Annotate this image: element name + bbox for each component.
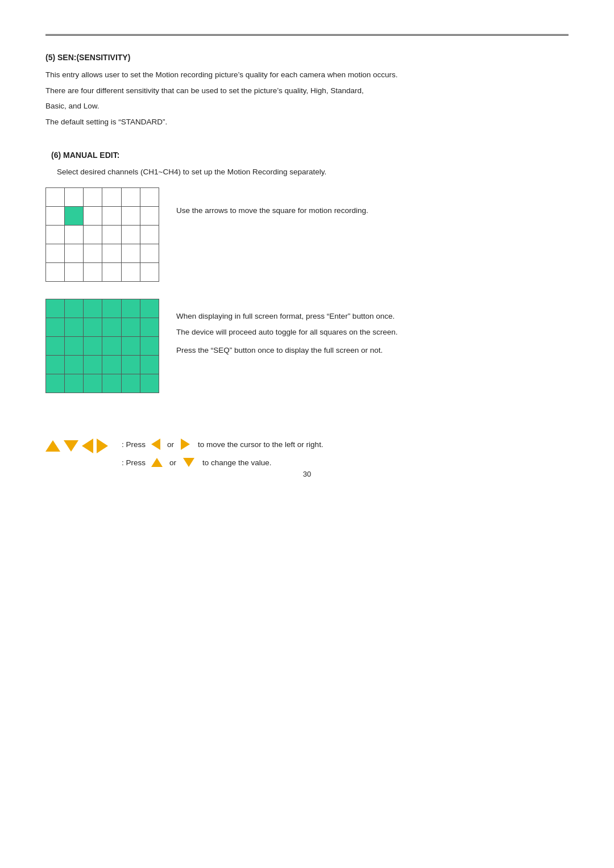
table-row [46, 374, 159, 393]
table-row [46, 318, 159, 337]
diagram1-text: Use the arrows to move the square for mo… [176, 187, 368, 217]
cell-green [65, 318, 84, 337]
cell-green [140, 374, 159, 393]
cell-green [140, 337, 159, 356]
cell-green [46, 356, 65, 374]
cell-green [65, 356, 84, 374]
cell [84, 244, 102, 263]
control-line2: : Press or to change the value. [122, 458, 323, 467]
arrow-right-icon [97, 439, 108, 453]
controls-section: : Press or to move the cursor to the lef… [45, 439, 569, 467]
cell-green [46, 337, 65, 356]
cell [140, 226, 159, 244]
diagram1-grid [45, 187, 159, 282]
cell [65, 244, 84, 263]
section5: (5) SEN:(SENSITIVITY) This entry allows … [45, 53, 569, 128]
colon2: : Press [122, 458, 146, 467]
cell-green [84, 374, 102, 393]
table-row [46, 244, 159, 263]
cell-green [140, 299, 159, 318]
section5-p3: Basic, and Low. [45, 100, 569, 112]
cell-green [121, 337, 140, 356]
section6-title: (6) MANUAL EDIT: [51, 151, 569, 160]
section5-title: (5) SEN:(SENSITIVITY) [45, 53, 569, 62]
cell [102, 244, 121, 263]
arrow-left-icon [82, 439, 93, 453]
cell-green [65, 299, 84, 318]
cell-green [84, 356, 102, 374]
cell [140, 263, 159, 282]
table-row [46, 337, 159, 356]
cell [121, 263, 140, 282]
cell [121, 207, 140, 226]
or-text1: or [167, 440, 174, 449]
cell [46, 207, 65, 226]
colon1: : Press [122, 440, 146, 449]
cell-green [65, 207, 84, 226]
cell-green [46, 318, 65, 337]
diagram2-row: When displaying in full screen format, p… [45, 299, 569, 393]
cell-green [65, 337, 84, 356]
controls-text: : Press or to move the cursor to the lef… [122, 439, 323, 467]
diagram2-line2: The device will proceed auto toggle for … [176, 326, 397, 339]
cell [102, 207, 121, 226]
arrow-down-icon [64, 440, 78, 452]
cell-green [102, 299, 121, 318]
cell-green [102, 337, 121, 356]
cell-green [65, 374, 84, 393]
cell [140, 244, 159, 263]
table-row [46, 263, 159, 282]
cell [84, 226, 102, 244]
cell [65, 226, 84, 244]
main-arrows-group [45, 439, 108, 453]
cell-green [102, 356, 121, 374]
section6: (6) MANUAL EDIT: Select desired channels… [45, 151, 569, 393]
cell-green [46, 374, 65, 393]
cell-green [121, 374, 140, 393]
control-line2-suffix: to change the value. [202, 458, 272, 467]
grid2-table [45, 299, 159, 393]
cell-green [84, 299, 102, 318]
control-line1-suffix: to move the cursor to the left or right. [198, 440, 323, 449]
cell-green [140, 356, 159, 374]
diagram2-text: When displaying in full screen format, p… [176, 299, 397, 360]
small-arrow-down-icon [183, 458, 194, 467]
cell [46, 188, 65, 207]
cell [84, 188, 102, 207]
page-number: 30 [0, 470, 614, 478]
cell-green [102, 374, 121, 393]
diagram1-row: Use the arrows to move the square for mo… [45, 187, 569, 282]
cell [46, 263, 65, 282]
small-arrow-left-icon [151, 439, 160, 450]
section6-desc: Select desired channels (CH1~CH4) to set… [57, 168, 569, 176]
cell-green [140, 318, 159, 337]
cell [102, 188, 121, 207]
cell [46, 226, 65, 244]
small-arrow-right-icon [181, 439, 190, 450]
diagram2-line3: Press the “SEQ” button once to display t… [176, 344, 397, 357]
cell [102, 263, 121, 282]
cell-green [121, 356, 140, 374]
small-arrow-up-icon [151, 458, 163, 467]
table-row [46, 356, 159, 374]
cell-green [102, 318, 121, 337]
cell [46, 244, 65, 263]
section5-p2: There are four different sensitivity tha… [45, 85, 569, 97]
diagram2-line1: When displaying in full screen format, p… [176, 310, 397, 323]
cell [84, 207, 102, 226]
arrow-up-icon [45, 440, 60, 452]
cell [84, 263, 102, 282]
cell [65, 263, 84, 282]
cell [140, 207, 159, 226]
cell-green [46, 299, 65, 318]
table-row [46, 226, 159, 244]
table-row [46, 188, 159, 207]
section5-p1: This entry allows user to set the Motion… [45, 69, 569, 81]
or-text2: or [169, 458, 176, 467]
cell-green [121, 318, 140, 337]
control-line1: : Press or to move the cursor to the lef… [122, 439, 323, 450]
top-rule [45, 34, 569, 36]
cell [65, 188, 84, 207]
cell-green [84, 337, 102, 356]
cell [121, 188, 140, 207]
